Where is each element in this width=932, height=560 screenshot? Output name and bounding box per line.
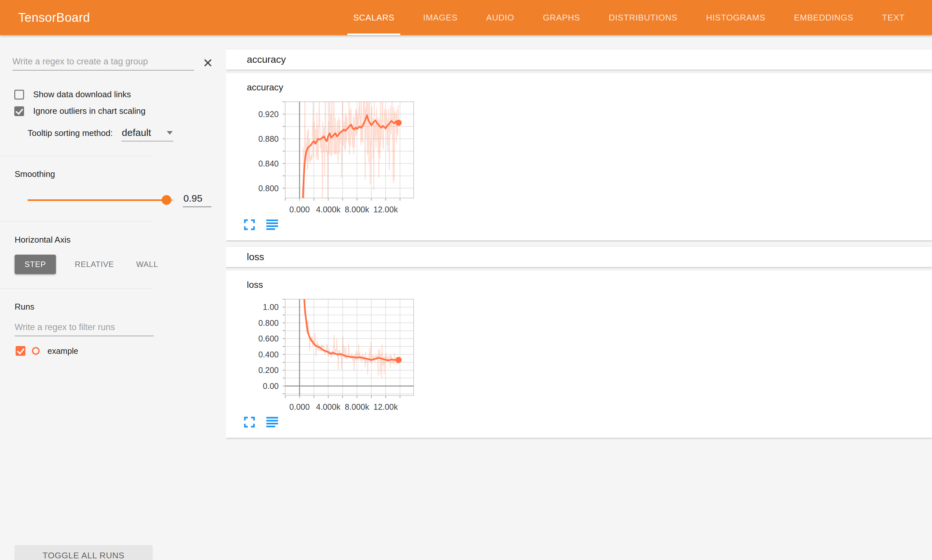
smoothing-slider[interactable] [28, 199, 174, 201]
nav-tabs: SCALARSIMAGESAUDIOGRAPHSDISTRIBUTIONSHIS… [353, 0, 932, 35]
svg-text:4.000k: 4.000k [316, 402, 341, 411]
horizontal-axis-label: Horizontal Axis [15, 235, 226, 245]
svg-text:0.840: 0.840 [258, 159, 279, 168]
run-label: example [48, 346, 78, 356]
option-label: Ignore outliers in chart scaling [33, 106, 145, 116]
chart-card: loss 0.000.2000.4000.6000.8001.000.0004.… [226, 271, 932, 438]
axis-button-wall[interactable]: WALL [133, 260, 161, 269]
smoothing-value[interactable]: 0.95 [183, 193, 211, 207]
run-item-example[interactable]: example [15, 346, 226, 356]
svg-text:0.920: 0.920 [258, 109, 279, 119]
run-checkbox[interactable] [15, 346, 25, 356]
smoothing-slider-row: 0.95 [28, 193, 211, 207]
sidebar: ✕ Show data download linksIgnore outlier… [0, 35, 226, 560]
tooltip-sorting-row: Tooltip sorting method: default [28, 127, 226, 142]
divider [0, 222, 153, 222]
run-color-swatch [32, 347, 40, 355]
svg-text:4.000k: 4.000k [316, 205, 341, 214]
chart-actions [244, 219, 932, 231]
checkbox[interactable] [14, 106, 24, 116]
tab-histograms[interactable]: HISTOGRAMS [706, 0, 765, 35]
app-title: TensorBoard [0, 11, 90, 25]
svg-text:12.00k: 12.00k [373, 402, 398, 411]
svg-text:0.800: 0.800 [258, 184, 279, 193]
tooltip-sorting-select[interactable]: default [121, 127, 173, 142]
content: accuracy accuracy 0.8000.8400.8800.9200.… [226, 35, 932, 560]
chevron-down-icon [167, 131, 173, 135]
tab-scalars[interactable]: SCALARS [353, 0, 394, 35]
option-show-data-download-links[interactable]: Show data download links [0, 89, 226, 100]
tag-filter-input[interactable] [12, 55, 194, 71]
svg-text:8.000k: 8.000k [345, 402, 369, 411]
slider-thumb[interactable] [161, 195, 171, 205]
chart-group-header-accuracy[interactable]: accuracy [226, 49, 932, 69]
runs-label: Runs [15, 302, 226, 312]
tab-distributions[interactable]: DISTRIBUTIONS [609, 0, 677, 35]
svg-text:0.800: 0.800 [258, 318, 279, 328]
tab-images[interactable]: IMAGES [423, 0, 458, 35]
horizontal-bars-icon[interactable] [266, 219, 278, 231]
svg-text:0.880: 0.880 [258, 134, 279, 143]
svg-text:0.400: 0.400 [258, 350, 279, 359]
option-label: Show data download links [33, 89, 131, 100]
chart-options: Show data download linksIgnore outliers … [0, 89, 226, 116]
line-chart[interactable]: 0.000.2000.4000.6000.8001.000.0004.000k8… [239, 295, 428, 415]
chart-group-title: accuracy [247, 54, 286, 65]
slider-fill [28, 199, 166, 201]
svg-text:0.00: 0.00 [263, 382, 279, 391]
tab-audio[interactable]: AUDIO [486, 0, 514, 35]
run-list: example [0, 346, 226, 356]
svg-text:12.00k: 12.00k [373, 205, 398, 214]
chart-title: loss [247, 280, 932, 290]
tooltip-sorting-value: default [122, 127, 151, 138]
chart-actions [244, 416, 932, 428]
chart-section: accuracy accuracy 0.8000.8400.8800.9200.… [226, 49, 932, 240]
tag-filter-row: ✕ [12, 55, 213, 71]
svg-text:0.000: 0.000 [289, 205, 310, 214]
chart-card: accuracy 0.8000.8400.8800.9200.0004.000k… [226, 73, 932, 240]
tab-graphs[interactable]: GRAPHS [543, 0, 580, 35]
svg-text:0.000: 0.000 [289, 402, 310, 411]
tab-embeddings[interactable]: EMBEDDINGS [794, 0, 854, 35]
horizontal-axis-options: STEPRELATIVEWALL [15, 255, 226, 274]
svg-text:8.000k: 8.000k [345, 205, 369, 214]
tab-text[interactable]: TEXT [882, 0, 905, 35]
fullscreen-icon[interactable] [244, 219, 255, 231]
tooltip-sorting-label: Tooltip sorting method: [28, 128, 113, 142]
svg-text:0.600: 0.600 [258, 334, 279, 343]
chart-group-title: loss [247, 251, 264, 262]
fullscreen-icon[interactable] [244, 416, 255, 428]
divider [0, 288, 153, 289]
svg-text:0.200: 0.200 [258, 366, 279, 375]
run-filter-input[interactable] [15, 320, 154, 336]
toggle-all-runs-button[interactable]: TOGGLE ALL RUNS [15, 545, 152, 560]
chart-group-header-loss[interactable]: loss [226, 247, 932, 267]
checkbox[interactable] [14, 90, 24, 100]
chart-section: loss loss 0.000.2000.4000.6000.8001.000.… [226, 247, 932, 438]
chart-title: accuracy [247, 82, 932, 93]
smoothing-label: Smoothing [15, 169, 226, 179]
line-chart[interactable]: 0.8000.8400.8800.9200.0004.000k8.000k12.… [239, 97, 428, 218]
app-header: TensorBoard SCALARSIMAGESAUDIOGRAPHSDIST… [0, 0, 932, 35]
horizontal-bars-icon[interactable] [266, 416, 278, 428]
axis-button-relative[interactable]: RELATIVE [72, 260, 117, 269]
axis-button-step[interactable]: STEP [15, 255, 56, 274]
option-ignore-outliers-in-chart-scaling[interactable]: Ignore outliers in chart scaling [0, 106, 226, 116]
divider [0, 156, 153, 156]
svg-text:1.00: 1.00 [263, 302, 279, 312]
close-icon[interactable]: ✕ [203, 57, 213, 71]
